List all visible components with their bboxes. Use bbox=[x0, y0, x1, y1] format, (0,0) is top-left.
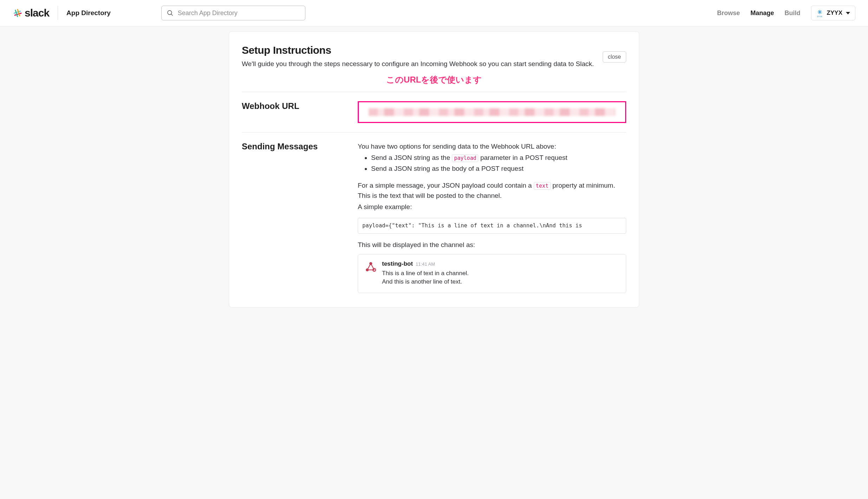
workspace-icon: ✳ ZYYX bbox=[816, 9, 823, 17]
page-title: Setup Instructions bbox=[242, 44, 594, 56]
para-display: This will be displayed in the channel as… bbox=[358, 240, 626, 250]
option-1: Send a JSON string as the payload parame… bbox=[371, 153, 626, 163]
divider bbox=[242, 92, 626, 92]
search-input[interactable] bbox=[178, 9, 300, 17]
bot-name: testing-bot bbox=[382, 259, 413, 268]
para-example: A simple example: bbox=[358, 202, 626, 212]
sending-intro: You have two options for sending data to… bbox=[358, 142, 626, 152]
divider bbox=[242, 132, 626, 132]
search-icon bbox=[167, 9, 174, 17]
redacted-url bbox=[369, 108, 615, 116]
close-button[interactable]: close bbox=[603, 51, 626, 63]
webhook-url-box[interactable] bbox=[358, 101, 626, 123]
brand-text: slack bbox=[25, 7, 49, 19]
payload-code: payload bbox=[452, 154, 478, 162]
option-2: Send a JSON string as the body of a POST… bbox=[371, 164, 626, 174]
message-body: testing-bot 11:41 AM This is a line of t… bbox=[382, 259, 469, 286]
message-preview: testing-bot 11:41 AM This is a line of t… bbox=[358, 254, 626, 293]
svg-line-5 bbox=[171, 14, 173, 16]
nav-browse[interactable]: Browse bbox=[717, 9, 740, 17]
page-subtitle: We'll guide you through the steps necess… bbox=[242, 59, 594, 69]
setup-header: Setup Instructions We'll guide you throu… bbox=[242, 44, 626, 69]
svg-point-4 bbox=[168, 11, 172, 15]
webhook-bot-icon bbox=[364, 261, 377, 273]
message-line-1: This is a line of text in a channel. bbox=[382, 269, 469, 278]
slack-logo[interactable]: slack bbox=[13, 7, 49, 19]
message-line-2: And this is another line of text. bbox=[382, 278, 469, 286]
annotation-label: このURLを後で使います bbox=[242, 74, 626, 85]
nav-build[interactable]: Build bbox=[785, 9, 801, 17]
main-card: Setup Instructions We'll guide you throu… bbox=[229, 31, 639, 307]
para-text-prop: For a simple message, your JSON payload … bbox=[358, 181, 626, 201]
workspace-name: ZYYX bbox=[827, 9, 842, 17]
code-example[interactable]: payload={"text": "This is a line of text… bbox=[358, 218, 626, 234]
webhook-section: Webhook URL bbox=[242, 101, 626, 123]
app-directory-title[interactable]: App Directory bbox=[66, 9, 111, 17]
text-code: text bbox=[534, 182, 551, 190]
slack-hash-icon bbox=[13, 8, 22, 18]
nav-manage[interactable]: Manage bbox=[751, 9, 774, 17]
webhook-label: Webhook URL bbox=[242, 101, 344, 111]
bot-time: 11:41 AM bbox=[416, 261, 435, 268]
sending-section: Sending Messages You have two options fo… bbox=[242, 142, 626, 293]
sending-label: Sending Messages bbox=[242, 142, 344, 151]
chevron-down-icon bbox=[846, 12, 850, 14]
app-header: slack App Directory Browse Manage Build … bbox=[0, 0, 868, 26]
workspace-switcher[interactable]: ✳ ZYYX ZYYX bbox=[811, 6, 855, 20]
search-container bbox=[161, 6, 305, 20]
search-box[interactable] bbox=[161, 6, 305, 20]
divider bbox=[58, 6, 58, 20]
logo-group: slack App Directory bbox=[13, 6, 111, 20]
nav-links: Browse Manage Build ✳ ZYYX ZYYX bbox=[717, 6, 855, 20]
